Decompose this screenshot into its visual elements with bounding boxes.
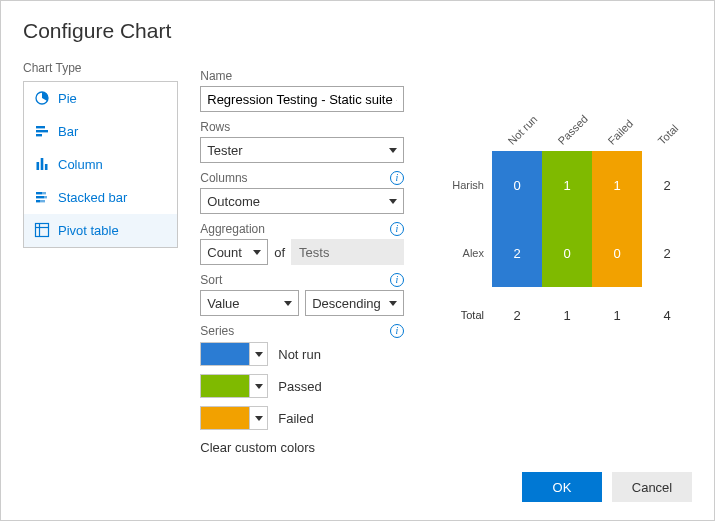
svg-rect-12 xyxy=(40,200,45,202)
chart-type-stacked-bar[interactable]: Stacked bar xyxy=(24,181,177,214)
chart-type-list: PieBarColumnStacked barPivot table xyxy=(23,81,178,248)
svg-rect-4 xyxy=(37,162,40,170)
cancel-button[interactable]: Cancel xyxy=(612,472,692,502)
color-swatch xyxy=(201,343,249,365)
rows-select[interactable]: Tester xyxy=(200,137,404,163)
pivot-col-header: Failed xyxy=(592,91,642,151)
sort-by-select[interactable]: Value xyxy=(200,290,299,316)
svg-rect-1 xyxy=(36,126,45,128)
info-icon[interactable]: i xyxy=(390,171,404,185)
svg-rect-2 xyxy=(36,130,48,132)
bar-icon xyxy=(34,123,50,139)
svg-rect-9 xyxy=(36,196,44,198)
svg-rect-3 xyxy=(36,134,42,136)
series-color-picker[interactable] xyxy=(200,406,268,430)
name-label: Name xyxy=(200,69,404,83)
series-item: Not run xyxy=(200,342,404,366)
pivot-col-header: Total xyxy=(642,91,692,151)
chart-type-pie[interactable]: Pie xyxy=(24,82,177,115)
pivot-col-header: Not run xyxy=(492,91,542,151)
pivot-cell: 0 xyxy=(592,219,642,287)
chevron-down-icon xyxy=(249,375,267,397)
svg-rect-6 xyxy=(45,164,48,170)
chart-type-label: Bar xyxy=(58,124,78,139)
pivot-grand-total: 4 xyxy=(642,287,692,343)
color-swatch xyxy=(201,407,249,429)
pivot-cell: 2 xyxy=(492,219,542,287)
pivot-col-header: Passed xyxy=(542,91,592,151)
series-list: Not runPassedFailed xyxy=(200,342,404,430)
chart-type-label: Stacked bar xyxy=(58,190,127,205)
info-icon[interactable]: i xyxy=(390,273,404,287)
sort-label: Sort i xyxy=(200,273,404,287)
series-color-picker[interactable] xyxy=(200,374,268,398)
chart-type-label: Column xyxy=(58,157,103,172)
pivot-row-total: 2 xyxy=(642,219,692,287)
svg-rect-11 xyxy=(36,200,40,202)
pivot-table-icon xyxy=(34,222,50,238)
chevron-down-icon xyxy=(389,148,397,153)
chart-type-bar[interactable]: Bar xyxy=(24,115,177,148)
pivot-row-header: Alex xyxy=(436,219,492,287)
svg-rect-5 xyxy=(41,158,44,170)
rows-label: Rows xyxy=(200,120,404,134)
series-label: Failed xyxy=(278,411,313,426)
series-label: Not run xyxy=(278,347,321,362)
clear-custom-colors[interactable]: Clear custom colors xyxy=(200,440,404,455)
chevron-down-icon xyxy=(249,343,267,365)
configure-chart-dialog: Configure Chart Chart Type PieBarColumnS… xyxy=(0,0,715,521)
chart-type-panel: Chart Type PieBarColumnStacked barPivot … xyxy=(23,61,178,455)
sort-dir-select[interactable]: Descending xyxy=(305,290,404,316)
sort-row: Value Descending xyxy=(200,290,404,316)
series-item: Passed xyxy=(200,374,404,398)
pivot-table-preview: Not runPassedFailedTotalHarish0112Alex20… xyxy=(436,91,692,343)
info-icon[interactable]: i xyxy=(390,222,404,236)
chevron-down-icon xyxy=(389,199,397,204)
aggregation-field: Tests xyxy=(291,239,404,265)
column-icon xyxy=(34,156,50,172)
dialog-buttons: OK Cancel xyxy=(522,472,692,502)
series-color-picker[interactable] xyxy=(200,342,268,366)
columns-select[interactable]: Outcome xyxy=(200,188,404,214)
series-label: Passed xyxy=(278,379,321,394)
pivot-row-total: 2 xyxy=(642,151,692,219)
chart-type-label: Chart Type xyxy=(23,61,178,75)
chart-type-label: Pie xyxy=(58,91,77,106)
aggregation-of-label: of xyxy=(274,245,285,260)
aggregation-select[interactable]: Count xyxy=(200,239,268,265)
pivot-cell: 0 xyxy=(542,219,592,287)
info-icon[interactable]: i xyxy=(390,324,404,338)
series-label: Series i xyxy=(200,324,404,338)
color-swatch xyxy=(201,375,249,397)
pivot-col-total: 1 xyxy=(542,287,592,343)
series-item: Failed xyxy=(200,406,404,430)
dialog-title: Configure Chart xyxy=(23,19,692,43)
svg-rect-10 xyxy=(44,196,47,198)
pie-icon xyxy=(34,90,50,106)
svg-rect-8 xyxy=(42,192,46,194)
ok-button[interactable]: OK xyxy=(522,472,602,502)
dialog-body: Chart Type PieBarColumnStacked barPivot … xyxy=(23,61,692,455)
chevron-down-icon xyxy=(249,407,267,429)
pivot-cell: 0 xyxy=(492,151,542,219)
pivot-row-header: Harish xyxy=(436,151,492,219)
pivot-col-total: 1 xyxy=(592,287,642,343)
config-panel: Name Rows Tester Columns i Outcome Aggre… xyxy=(200,61,404,455)
chart-type-pivot-table[interactable]: Pivot table xyxy=(24,214,177,247)
chevron-down-icon xyxy=(389,301,397,306)
pivot-cell: 1 xyxy=(542,151,592,219)
pivot-cell: 1 xyxy=(592,151,642,219)
svg-rect-7 xyxy=(36,192,42,194)
svg-rect-13 xyxy=(36,224,49,237)
chart-type-label: Pivot table xyxy=(58,223,119,238)
chart-type-column[interactable]: Column xyxy=(24,148,177,181)
aggregation-label: Aggregation i xyxy=(200,222,404,236)
columns-label: Columns i xyxy=(200,171,404,185)
preview-panel: Not runPassedFailedTotalHarish0112Alex20… xyxy=(426,61,692,455)
pivot-col-total: 2 xyxy=(492,287,542,343)
pivot-total-label: Total xyxy=(436,287,492,343)
stacked-bar-icon xyxy=(34,189,50,205)
chevron-down-icon xyxy=(253,250,261,255)
name-input[interactable] xyxy=(200,86,404,112)
chevron-down-icon xyxy=(284,301,292,306)
